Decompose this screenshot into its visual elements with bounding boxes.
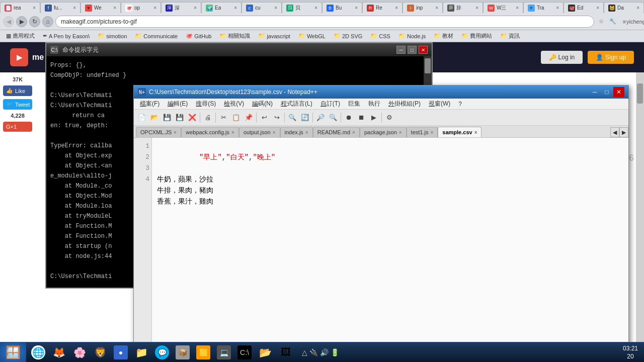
bookmark-github[interactable]: 🐙 GitHub [183, 32, 214, 40]
menu-language[interactable]: 程式語言(L) [277, 99, 316, 109]
bookmark-css[interactable]: 📁 CSS [367, 32, 393, 40]
gplus-button[interactable]: G+1 [3, 122, 32, 132]
forward-button[interactable]: ▶ [16, 16, 27, 27]
bookmark-simotion[interactable]: 📁 simotion [95, 32, 130, 40]
tab-we[interactable]: ♥We× [80, 2, 121, 13]
tab-fu[interactable]: ffu...× [40, 2, 80, 13]
tb-save[interactable]: 💾 [161, 112, 173, 124]
taskbar-app1[interactable]: ● [111, 343, 131, 361]
taskbar-filemanager[interactable]: 📂 [255, 343, 275, 361]
tweet-button[interactable]: 🐦 Tweet [3, 99, 32, 110]
tab-dic[interactable]: 辞辞× [443, 2, 483, 13]
tray-network-icon[interactable]: 🔌 [309, 348, 318, 356]
notepad-minimize[interactable]: ─ [589, 87, 600, 97]
cmd-close[interactable]: ✕ [419, 46, 428, 54]
tab-index-close[interactable]: × [305, 130, 308, 135]
tab-opcxml-close[interactable]: × [174, 130, 177, 135]
taskbar-skype[interactable]: 💬 [152, 343, 172, 361]
tb-replace[interactable]: 🔄 [299, 112, 311, 124]
tray-battery-icon[interactable]: 🔋 [331, 348, 339, 356]
tab-package[interactable]: package.json × [360, 127, 407, 137]
tab-sample-close[interactable]: × [474, 130, 477, 135]
tab-webpack[interactable]: webpack.config.js × [181, 127, 239, 137]
bookmark-icon[interactable]: ☆ [596, 17, 606, 27]
address-bar[interactable]: makeagif.com/pictures-to-gif [55, 16, 594, 28]
start-button[interactable]: 🪟 [0, 342, 26, 363]
taskbar-browser4[interactable]: 🦁 [90, 343, 110, 361]
notepad-close[interactable]: ✕ [613, 87, 624, 97]
bookmark-nodejs[interactable]: 📁 Node.js [395, 32, 429, 40]
main-scrollbar[interactable] [636, 72, 644, 349]
notepad-maximize[interactable]: □ [601, 87, 612, 97]
reload-button[interactable]: ↻ [29, 16, 40, 27]
tab-tra[interactable]: ✈Tra× [523, 2, 564, 13]
back-button[interactable]: ◀ [3, 16, 14, 27]
tab-sample[interactable]: sample.csv × [438, 127, 481, 137]
tab-nav-left[interactable]: ◀ [610, 127, 619, 137]
tab-re[interactable]: RRe× [362, 2, 403, 13]
menu-window[interactable]: 視窗(W) [425, 99, 454, 109]
tb-saveall[interactable]: 💾 [174, 112, 186, 124]
tb-open[interactable]: 📂 [148, 112, 160, 124]
bookmark-webgl[interactable]: 📁 WebGL [295, 32, 329, 40]
tray-volume-icon[interactable]: 🔊 [320, 348, 329, 356]
tb-copy[interactable]: 📋 [230, 112, 242, 124]
tb-zoom-out[interactable]: 🔍 [327, 112, 339, 124]
tab-da[interactable]: 🐱Da× [604, 2, 644, 13]
menu-run[interactable]: 執行 [364, 99, 384, 109]
tab-package-close[interactable]: × [399, 130, 402, 135]
menu-encoding[interactable]: 編碼(N) [248, 99, 277, 109]
home-button[interactable]: ⌂ [42, 16, 53, 27]
tb-close[interactable]: ❌ [186, 112, 198, 124]
tb-cut[interactable]: ✂ [217, 112, 229, 124]
signup-button[interactable]: 👤 Sign up [588, 51, 634, 64]
tb-macro-play[interactable]: ▶ [368, 112, 380, 124]
tab-output[interactable]: output.json × [239, 127, 280, 137]
menu-plugins[interactable]: 外掛模組(P) [384, 99, 425, 109]
tb-print[interactable]: 🖨 [202, 112, 214, 124]
tab-index[interactable]: index.js × [280, 127, 313, 137]
tb-settings[interactable]: ⚙ [383, 112, 395, 124]
menu-help[interactable]: ? [454, 100, 466, 109]
bookmark-js[interactable]: 📁 javascript [255, 32, 293, 40]
person-icon[interactable]: yicheng [631, 17, 641, 27]
tab-deep[interactable]: 深深× [161, 2, 201, 13]
notepad-text-area[interactable]: "早上","白天","晚上" 牛奶，蘋果，沙拉 牛排，果肉，豬肉 香蕉，果汁，雞… [152, 138, 628, 362]
taskbar-app2[interactable]: 📦 [173, 343, 193, 361]
taskbar-explorer[interactable]: 📁 [131, 343, 151, 361]
tab-opcxml[interactable]: OPCXML.JS × [136, 127, 181, 137]
bookmark-communicate[interactable]: 📁 Communicate [132, 32, 181, 40]
login-button[interactable]: 🔑 Log in [541, 51, 583, 64]
tab-readme[interactable]: README.md × [313, 127, 360, 137]
tb-new[interactable]: 📄 [136, 112, 148, 124]
like-button[interactable]: 👍 Like [3, 85, 32, 96]
tb-macro-stop[interactable]: ⏹ [355, 112, 367, 124]
bookmark-2dsvg[interactable]: 📁 2D SVG [331, 32, 365, 40]
tab-ed[interactable]: 🐙Ed× [564, 2, 604, 13]
tab-output-close[interactable]: × [273, 130, 276, 135]
bookmark-info[interactable]: 📁 資訊 [497, 31, 523, 41]
tab-test1[interactable]: test1.js × [407, 127, 438, 137]
taskbar-viewer[interactable]: 🖼 [276, 343, 296, 361]
tab-rea[interactable]: 📄rea× [0, 2, 40, 13]
taskbar-chrome[interactable]: 🌐 [28, 343, 48, 361]
tab-test1-close[interactable]: × [430, 130, 433, 135]
tab-cu[interactable]: ccu× [242, 2, 282, 13]
tab-bu[interactable]: BBu× [322, 2, 362, 13]
bookmark-textbook[interactable]: 📁 教材 [431, 31, 456, 41]
tab-webpack-close[interactable]: × [231, 130, 234, 135]
menu-settings[interactable]: 自訂(T) [316, 99, 344, 109]
tab-ea[interactable]: 🌍Ea× [201, 2, 242, 13]
taskbar-firefox[interactable]: 🦊 [49, 343, 69, 361]
tab-w3[interactable]: WW三× [483, 2, 523, 13]
tab-readme-close[interactable]: × [352, 130, 355, 135]
bookmark-apps[interactable]: ▦ 應用程式 [3, 31, 38, 41]
tb-paste[interactable]: 📌 [243, 112, 255, 124]
taskbar-app3[interactable]: 🟨 [193, 343, 213, 361]
tb-find[interactable]: 🔍 [286, 112, 298, 124]
tab-bei[interactable]: 贝贝× [282, 2, 322, 13]
bookmark-pen[interactable]: ✒ A Pen by Eason\ [40, 32, 93, 40]
cmd-maximize[interactable]: □ [408, 46, 417, 54]
menu-search[interactable]: 搜尋(S) [192, 99, 220, 109]
extensions-icon[interactable]: 🔧 [608, 17, 618, 27]
